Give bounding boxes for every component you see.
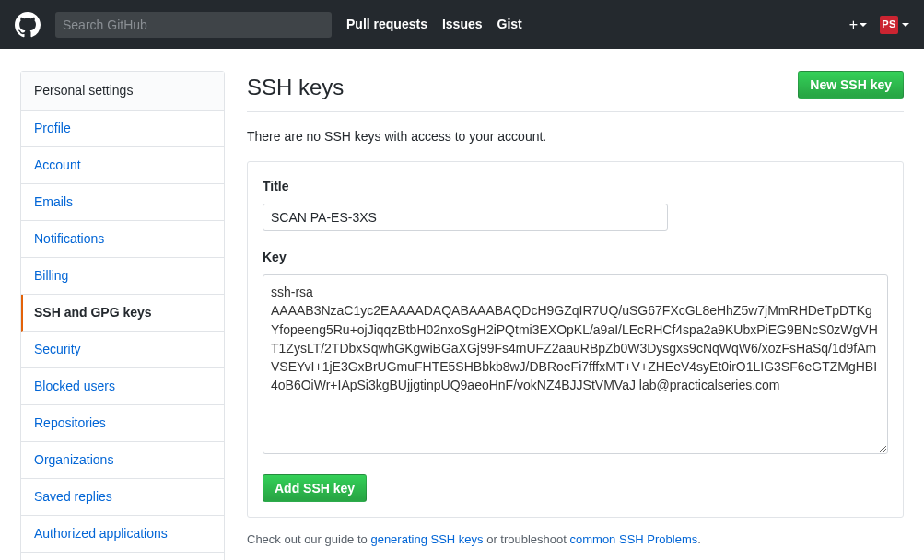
- key-label: Key: [263, 248, 888, 267]
- settings-sidebar: Personal settings Profile Account Emails…: [20, 71, 225, 560]
- avatar: PS: [880, 16, 898, 34]
- sidebar-item-blocked-users[interactable]: Blocked users: [21, 368, 224, 405]
- create-new-dropdown[interactable]: +: [849, 14, 867, 36]
- main-content: SSH keys New SSH key There are no SSH ke…: [247, 71, 904, 560]
- sidebar-item-repositories[interactable]: Repositories: [21, 405, 224, 442]
- sidebar-item-saved-replies[interactable]: Saved replies: [21, 479, 224, 516]
- nav-gist[interactable]: Gist: [497, 15, 522, 34]
- sidebar-item-authorized-applications[interactable]: Authorized applications: [21, 516, 224, 553]
- sidebar-item-profile[interactable]: Profile: [21, 111, 224, 147]
- search-input[interactable]: [55, 12, 332, 38]
- add-ssh-key-form: Title Key ssh-rsa AAAAB3NzaC1yc2EAAAADAQ…: [247, 161, 904, 518]
- ssh-key-title-input[interactable]: [263, 204, 668, 231]
- nav-pull-requests[interactable]: Pull requests: [346, 15, 427, 34]
- empty-state-text: There are no SSH keys with access to you…: [247, 127, 904, 146]
- link-common-ssh-problems[interactable]: common SSH Problems: [570, 532, 698, 546]
- new-ssh-key-button[interactable]: New SSH key: [798, 71, 904, 99]
- help-footer: Check out our guide to generating SSH ke…: [247, 531, 904, 549]
- caret-down-icon: [902, 23, 909, 27]
- sidebar-item-organizations[interactable]: Organizations: [21, 442, 224, 479]
- plus-icon: +: [849, 14, 858, 36]
- footer-text-prefix: Check out our guide to: [247, 532, 370, 546]
- sidebar-item-security[interactable]: Security: [21, 332, 224, 368]
- ssh-key-textarea[interactable]: ssh-rsa AAAAB3NzaC1yc2EAAAADAQABAAABAQDc…: [263, 274, 888, 454]
- sidebar-item-ssh-gpg-keys: SSH and GPG keys: [21, 295, 224, 332]
- sidebar-item-account[interactable]: Account: [21, 147, 224, 184]
- header-actions: + PS: [849, 14, 909, 36]
- page-header: SSH keys New SSH key: [247, 71, 904, 112]
- user-menu[interactable]: PS: [880, 16, 909, 34]
- sidebar-item-installed-integrations[interactable]: Installed integrations: [21, 553, 224, 560]
- sidebar-item-billing[interactable]: Billing: [21, 258, 224, 295]
- nav-issues[interactable]: Issues: [442, 15, 483, 34]
- link-generating-ssh-keys[interactable]: generating SSH keys: [370, 532, 483, 546]
- title-label: Title: [263, 177, 888, 196]
- add-ssh-key-button[interactable]: Add SSH key: [263, 474, 367, 502]
- sidebar-heading: Personal settings: [21, 72, 224, 111]
- footer-text-middle: or troubleshoot: [484, 532, 570, 546]
- page-title: SSH keys: [247, 71, 344, 104]
- main-header: Pull requests Issues Gist + PS: [0, 0, 924, 49]
- sidebar-item-notifications[interactable]: Notifications: [21, 221, 224, 258]
- footer-text-suffix: .: [697, 532, 701, 546]
- github-logo[interactable]: [15, 12, 41, 38]
- caret-down-icon: [860, 23, 867, 27]
- sidebar-item-emails[interactable]: Emails: [21, 184, 224, 221]
- primary-nav: Pull requests Issues Gist: [346, 15, 522, 34]
- mark-github-icon: [15, 12, 41, 38]
